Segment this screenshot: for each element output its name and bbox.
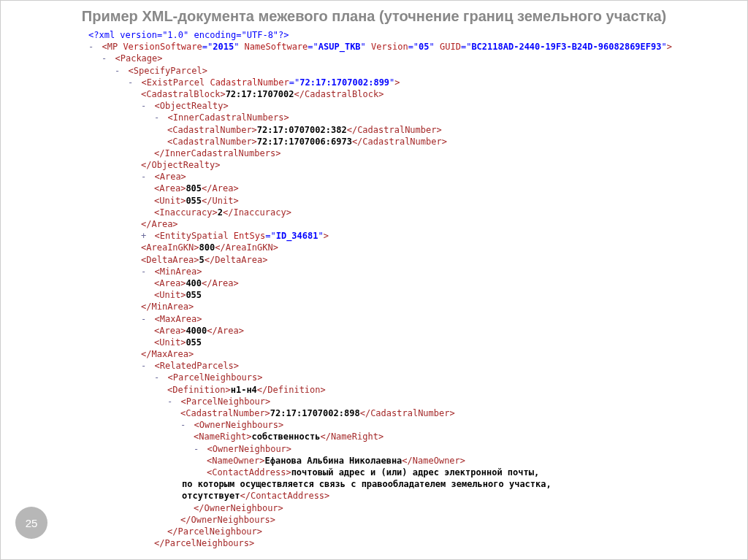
area-open: - <Area> [88,171,747,183]
nameright: <NameRight>собственность</NameRight> [88,431,747,442]
xml-declaration: <?xml version="1.0" encoding="UTF-8"?> [88,30,289,40]
ownerneighbour-close: </OwnerNeighbour> [88,502,747,514]
ownerneighbour-open: - <OwnerNeighbour> [88,443,747,455]
innercn-close: </InnerCadastralNumbers> [88,147,747,159]
contactaddress-line2: по которым осуществляется связь с правоо… [88,478,747,490]
innercn-open: - <InnerCadastralNumbers> [88,112,747,123]
maxarea-open: - <MaxArea> [88,313,747,325]
maxarea-unit: <Unit>055 [88,337,747,348]
maxarea-area: <Area>4000</Area> [88,325,747,337]
page-number: 25 [15,507,47,539]
ownerneighbours-open: - <OwnerNeighbours> [88,419,747,431]
existparcel-open: - <ExistParcel CadastralNumber="72:17:17… [88,77,747,88]
cadastralnumber-2: <CadastralNumber>72:17:1707006:6973</Cad… [88,136,747,147]
definition: <Definition>н1-н4</Definition> [88,384,747,396]
inaccuracy-value: <Inaccuracy>2</Inaccuracy> [88,207,747,218]
deltaarea: <DeltaArea>5</DeltaArea> [88,254,747,266]
parcelneighbour-open: - <ParcelNeighbour> [88,396,747,407]
contactaddress-line3: отсутствует</ContactAddress> [88,490,747,502]
maxarea-close: </MaxArea> [88,348,747,360]
entityspatial: + <EntitySpatial EntSys="ID_34681"> [88,230,747,242]
parcelneighbours-close: </ParcelNeighbours> [88,537,747,549]
relatedparcels-open: - <RelatedParcels> [88,360,747,372]
objectrealty-close: </ObjectRealty> [88,159,747,171]
cadastralblock: <CadastralBlock>72:17:1707002</Cadastral… [88,88,747,100]
slide-title: Пример XML-документа межевого плана (уто… [1,1,747,29]
objectrealty-open: - <ObjectRealty> [88,100,747,112]
ownerneighbours-close: </OwnerNeighbours> [88,514,747,526]
package-open: - <Package> [88,53,747,64]
minarea-close: </MinArea> [88,301,747,312]
area-value: <Area>805</Area> [88,183,747,194]
minarea-area: <Area>400</Area> [88,277,747,289]
area-close: </Area> [88,218,747,230]
areaingkn: <AreaInGKN>800</AreaInGKN> [88,242,747,253]
xml-source-view: <?xml version="1.0" encoding="UTF-8"?> -… [1,29,747,549]
mp-open: - <MP VersionSoftware="2015" NameSoftwar… [88,41,747,53]
parcelneighbours-open: - <ParcelNeighbours> [88,372,747,383]
unit-value: <Unit>055</Unit> [88,195,747,207]
parcelneighbour-close: </ParcelNeighbour> [88,526,747,537]
cadastralnumber-1: <CadastralNumber>72:17:0707002:382</Cada… [88,124,747,136]
minarea-unit: <Unit>055 [88,289,747,301]
minarea-open: - <MinArea> [88,266,747,277]
contactaddress-line1: <ContactAddress>почтовый адрес и (или) а… [88,467,747,478]
neighbour-cn: <CadastralNumber>72:17:1707002:898</Cada… [88,407,747,419]
nameowner: <NameOwner>Ефанова Альбина Николаевна</N… [88,455,747,467]
specifyparcel-open: - <SpecifyParcel> [88,65,747,77]
